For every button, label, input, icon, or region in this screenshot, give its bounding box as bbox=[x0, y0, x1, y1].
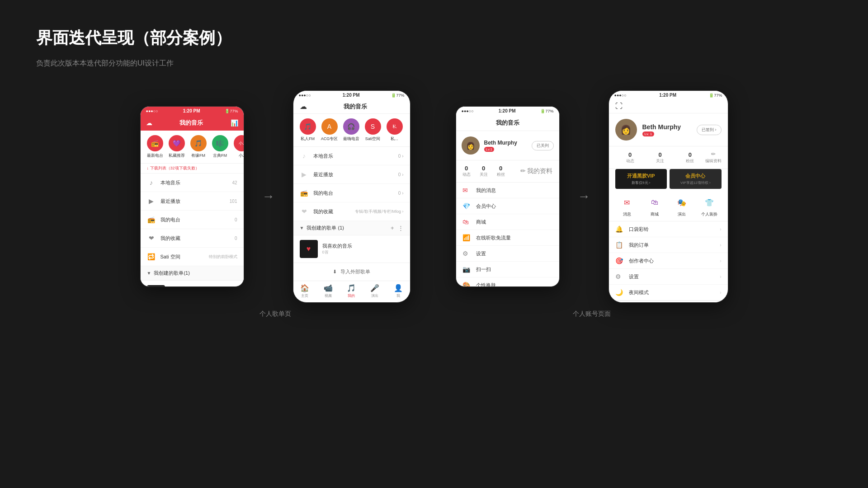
phone1-radio[interactable]: 📻 我的电台 0 bbox=[141, 211, 244, 229]
phone1-signal: ●●●○○ bbox=[146, 109, 158, 113]
phone3-profile: 👩 Beth Murphy Lv.1 已关列 bbox=[456, 131, 559, 160]
phone4-avatar: 👩 bbox=[615, 119, 637, 141]
phone1: ●●●○○ 1:20 PM 🔋77% ☁ 我的音乐 📊 📻 bbox=[140, 106, 244, 287]
quick-shop-icon: 🛍 bbox=[647, 195, 662, 210]
phone4-expand-header: ⛶ bbox=[609, 99, 728, 113]
icon-item-4[interactable]: 🎼 古典FM bbox=[211, 135, 229, 159]
phone4-menu-night[interactable]: 🌙 夜间模式 › bbox=[609, 285, 728, 300]
phone2-collection[interactable]: ❤ 我的收藏 专辑/歌手/视频/专栏/Mlog › bbox=[293, 202, 410, 221]
phone4-container: ●●●○○ 1:20 PM 🔋77% ⛶ 👩 Beth Murphy Lv. 1 bbox=[609, 90, 728, 303]
phone4-vip-center[interactable]: 会员中心 VIP享超12项特权 › bbox=[670, 169, 722, 189]
phone2-bottom-nav: 🏠主页 📹视频 🎵我的 🎤演出 👤我 bbox=[293, 281, 410, 301]
phone3-stats: 0动态 0关注 0粉丝 ✏ 我的资料 bbox=[456, 160, 559, 183]
p2-icon-5: 私 bbox=[387, 118, 403, 135]
phone4-status-bar: ●●●○○ 1:20 PM 🔋77% bbox=[609, 91, 728, 99]
phone4-stats: 0动态 0关注 0粉丝 ✏ 编辑资料 bbox=[609, 146, 728, 169]
phone4-menu-creator[interactable]: 🎯 创作者中心 › bbox=[609, 253, 728, 269]
phone4: ●●●○○ 1:20 PM 🔋77% ⛶ 👩 Beth Murphy Lv. 1 bbox=[609, 90, 728, 303]
p2-icon-3: 🎧 bbox=[343, 118, 359, 135]
page-title: 界面迭代呈现（部分案例） bbox=[36, 27, 231, 49]
p2-icon-4: S bbox=[365, 118, 381, 135]
phone1-download: ↓ 下载列表（32项下载失败） bbox=[141, 164, 244, 174]
quick-outfit-icon: 👕 bbox=[702, 195, 717, 210]
phone3-time: 1:20 PM bbox=[499, 108, 516, 113]
icon-label-4: 古典FM bbox=[213, 153, 227, 159]
quick-outfit[interactable]: 👕 个人装扮 bbox=[698, 195, 722, 217]
icon-label-2: 私藏推荐 bbox=[169, 153, 185, 159]
phone3-status-bar: ●●●○○ 1:20 PM 🔋77% bbox=[456, 107, 559, 115]
page-subtitle: 负责此次版本本迭代部分功能的UI设计工作 bbox=[36, 59, 174, 68]
phone3-menu-shop[interactable]: 🛍 商城 bbox=[456, 214, 559, 230]
phone3-username: Beth Murphy bbox=[484, 140, 517, 146]
quick-messages[interactable]: ✉ 消息 bbox=[615, 195, 639, 217]
phone3-menu-scan[interactable]: 📷 扫一扫 bbox=[456, 262, 559, 277]
phone4-vip-open[interactable]: 开通黑胶VIP 新客仅5元 › bbox=[615, 169, 667, 189]
expand-icon[interactable]: ⛶ bbox=[615, 102, 623, 110]
arrow-2: → bbox=[578, 189, 590, 204]
phone1-playlist[interactable]: ♥ 我喜欢的音乐 ♡99首·已下载26首 ♡动模式 bbox=[141, 281, 244, 287]
phone1-sati[interactable]: 🔁 Sati 空间 特别的前卧模式 bbox=[141, 248, 244, 266]
icon-item-2[interactable]: 💜 私藏推荐 bbox=[168, 135, 186, 159]
phone3-container: ●●●○○ 1:20 PM 🔋77% 我的音乐 👩 Beth Murphy Lv… bbox=[456, 106, 560, 287]
phone4-time: 1:20 PM bbox=[659, 93, 676, 98]
phone2-radio[interactable]: 📻 我的电台 0 › bbox=[293, 184, 410, 202]
phone2-header: ☁ 我的音乐 bbox=[293, 99, 410, 114]
phone2-local[interactable]: ♪ 本地音乐 0 › bbox=[293, 147, 410, 165]
phone4-vip-row: 开通黑胶VIP 新客仅5元 › 会员中心 VIP享超12项特权 › bbox=[609, 169, 728, 192]
right-label: 个人账号页面 bbox=[573, 310, 611, 318]
phone3: ●●●○○ 1:20 PM 🔋77% 我的音乐 👩 Beth Murphy Lv… bbox=[456, 106, 560, 287]
phone4-edit[interactable]: ✏ 编辑资料 bbox=[705, 151, 722, 164]
icon-circle-2: 💜 bbox=[169, 135, 185, 151]
phone2-playlist[interactable]: ♥ 我喜欢的音乐 0首 bbox=[293, 235, 410, 263]
phone2-battery: 🔋77% bbox=[391, 93, 404, 98]
phone1-container: ●●●○○ 1:20 PM 🔋77% ☁ 我的音乐 📊 📻 bbox=[140, 106, 244, 287]
phone1-battery: 🔋77% bbox=[225, 109, 238, 113]
phone3-edit-icon[interactable]: ✏ 我的资料 bbox=[520, 167, 553, 175]
quick-show[interactable]: 🎭 演出 bbox=[670, 195, 694, 217]
phone1-status-bar: ●●●○○ 1:20 PM 🔋77% bbox=[141, 107, 244, 115]
phone3-menu-vip[interactable]: 💎 会员中心 bbox=[456, 198, 559, 214]
phone3-badge: Lv.1 bbox=[484, 147, 495, 152]
quick-messages-icon: ✉ bbox=[620, 195, 634, 210]
phone1-local-music[interactable]: ♪ 本地音乐 42 bbox=[141, 174, 244, 192]
phone3-menu-messages[interactable]: ✉ 我的消息 bbox=[456, 183, 559, 198]
phone2-status-bar: ●●●○○ 1:20 PM 🔋77% bbox=[293, 91, 410, 99]
add-playlist-icon[interactable]: + bbox=[391, 225, 394, 231]
phone4-profile: 👩 Beth Murphy Lv. 1 已签到 › bbox=[609, 113, 728, 146]
phone3-menu-stream[interactable]: 📶 在线听歌免流量 bbox=[456, 230, 559, 246]
icon-item-5[interactable]: 小J 小J bbox=[233, 135, 244, 159]
more-playlist-icon[interactable]: ⋮ bbox=[398, 225, 404, 231]
phone1-collection[interactable]: ❤ 我的收藏 0 bbox=[141, 229, 244, 248]
phone3-menu-settings[interactable]: ⚙ 设置 bbox=[456, 246, 559, 262]
icon-item-1[interactable]: 📻 最新电台 bbox=[146, 135, 164, 159]
phone3-menu-skin[interactable]: 🎨 个性换肤 bbox=[456, 277, 559, 287]
phone2-container: ●●●○○ 1:20 PM 🔋77% ☁ 我的音乐 🎵 私人FM bbox=[293, 90, 410, 303]
icon-circle-4: 🎼 bbox=[212, 135, 228, 151]
phone1-recent[interactable]: ▶ 最近播放 101 bbox=[141, 192, 244, 211]
phone2-section: ▼ 我创建的歌单 (1) + ⋮ bbox=[293, 221, 410, 235]
icon-circle-1: 📻 bbox=[147, 135, 163, 151]
phone3-follow-btn[interactable]: 已关列 bbox=[532, 141, 554, 150]
quick-shop[interactable]: 🛍 商城 bbox=[642, 195, 666, 217]
phone4-bottom-nav: 🏠主页 🎵音乐 💬我的 ☁云村 👤我 bbox=[609, 300, 728, 303]
phone4-menu-ringtone[interactable]: 🔔 口袋彩铃 › bbox=[609, 221, 728, 237]
arrow-1: → bbox=[262, 189, 275, 204]
phone4-menu-orders[interactable]: 📋 我的订单 › bbox=[609, 237, 728, 253]
left-label: 个人歌单页 bbox=[259, 310, 291, 318]
phone4-quick-icons: ✉ 消息 🛍 商城 🎭 演出 👕 个人装扮 bbox=[609, 192, 728, 221]
phone1-header: ☁ 我的音乐 📊 bbox=[141, 115, 244, 131]
phone2-recent[interactable]: ▶ 最近播放 0 › bbox=[293, 165, 410, 184]
phone3-header: 我的音乐 bbox=[456, 115, 559, 131]
icon-label-5: 小J bbox=[239, 153, 244, 159]
phone2-icons-row: 🎵 私人FM A ACG专区 🎧 最嗨电音 S bbox=[293, 114, 410, 147]
phone3-stat-dynamic: 0动态 bbox=[462, 165, 471, 178]
phone4-menu-settings[interactable]: ⚙ 设置 › bbox=[609, 269, 728, 285]
icon-circle-3: 🎵 bbox=[190, 135, 207, 151]
phone2-signal: ●●●○○ bbox=[299, 93, 311, 98]
phone4-signed-btn[interactable]: 已签到 › bbox=[697, 125, 722, 135]
icon-item-3[interactable]: 🎵 有缘FM bbox=[189, 135, 208, 159]
icon-label-1: 最新电台 bbox=[147, 153, 163, 159]
phone3-title: 我的音乐 bbox=[496, 119, 519, 127]
phone2-time: 1:20 PM bbox=[343, 93, 360, 98]
phone2-import[interactable]: ⬇ 导入外部歌单 bbox=[293, 263, 410, 281]
